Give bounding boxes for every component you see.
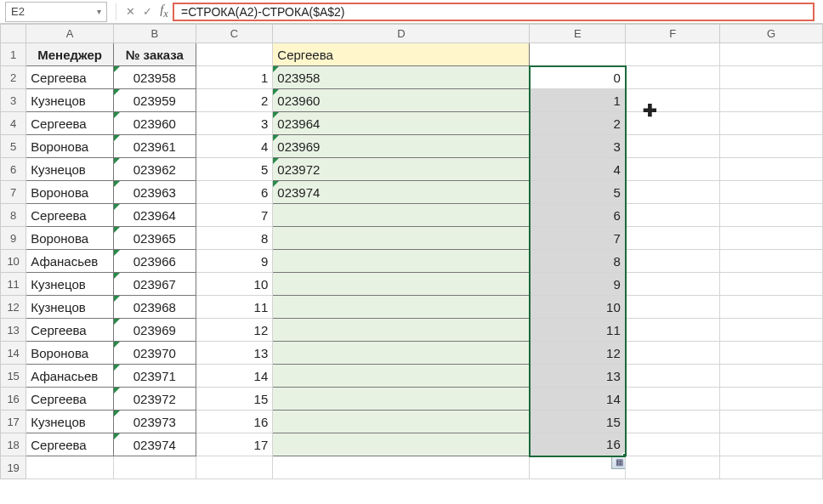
col-header-b[interactable]: B (113, 25, 196, 43)
cell[interactable]: 6 (196, 181, 273, 204)
cell[interactable] (273, 411, 530, 433)
row-header[interactable]: 1 (1, 43, 26, 66)
cell[interactable] (720, 342, 823, 365)
col-header-e[interactable]: E (530, 25, 626, 43)
cell[interactable]: 023960 (113, 112, 196, 135)
col-header-f[interactable]: F (626, 25, 720, 43)
cell[interactable]: 023967 (113, 273, 196, 296)
cell[interactable] (626, 135, 720, 158)
cell[interactable] (273, 296, 530, 319)
cell[interactable]: 14 (530, 388, 626, 411)
cell[interactable] (626, 66, 720, 89)
cell[interactable] (273, 250, 530, 273)
cell[interactable] (626, 250, 720, 273)
col-header-a[interactable]: A (26, 25, 114, 43)
cell[interactable] (720, 273, 823, 296)
cell[interactable]: Кузнецов (26, 411, 114, 433)
cell[interactable] (720, 204, 823, 227)
cell[interactable]: 023974 (273, 181, 530, 204)
cell[interactable] (626, 411, 720, 433)
cell[interactable] (530, 43, 626, 66)
cell[interactable]: 12 (196, 319, 273, 342)
row-header[interactable]: 15 (1, 365, 26, 388)
cell[interactable] (720, 43, 823, 66)
cell[interactable]: Сергеева (26, 204, 114, 227)
cell[interactable]: 12 (530, 342, 626, 365)
cell[interactable]: Сергеева (26, 112, 114, 135)
row-header[interactable]: 17 (1, 411, 26, 433)
cell[interactable]: 14 (196, 365, 273, 388)
cell[interactable]: 1 (530, 89, 626, 112)
cell[interactable]: 13 (530, 365, 626, 388)
cell[interactable]: 4 (530, 158, 626, 181)
cell[interactable] (626, 273, 720, 296)
chevron-down-icon[interactable]: ▾ (97, 7, 101, 16)
col-header-d[interactable]: D (273, 25, 530, 43)
row-header[interactable]: 14 (1, 342, 26, 365)
cell[interactable] (626, 112, 720, 135)
name-box[interactable]: E2 ▾ (5, 2, 107, 22)
cell[interactable] (720, 89, 823, 112)
row-header[interactable]: 13 (1, 319, 26, 342)
cell[interactable]: 023965 (113, 227, 196, 250)
cell[interactable]: 1 (196, 66, 273, 89)
cell[interactable]: Сергеева (26, 66, 114, 89)
formula-input[interactable]: =СТРОКА(A2)-СТРОКА($A$2) (173, 3, 814, 21)
row-header[interactable]: 4 (1, 112, 26, 135)
cell[interactable] (720, 181, 823, 204)
cell[interactable] (720, 456, 823, 479)
cell[interactable]: 16 (196, 411, 273, 433)
cell[interactable] (720, 112, 823, 135)
select-all-corner[interactable] (1, 25, 26, 43)
cell[interactable]: Кузнецов (26, 296, 114, 319)
cell[interactable]: 15 (196, 388, 273, 411)
cell[interactable] (720, 388, 823, 411)
cancel-formula-button[interactable]: ✕ (122, 5, 139, 18)
cell[interactable] (626, 181, 720, 204)
cell[interactable] (196, 43, 273, 66)
row-header[interactable]: 11 (1, 273, 26, 296)
cell[interactable] (273, 365, 530, 388)
cell[interactable] (196, 456, 273, 479)
cell[interactable]: 3 (530, 135, 626, 158)
cell[interactable]: 11 (530, 319, 626, 342)
row-header[interactable]: 18 (1, 433, 26, 456)
cell[interactable]: 2 (530, 112, 626, 135)
row-header[interactable]: 5 (1, 135, 26, 158)
cell[interactable]: Афанасьев (26, 250, 114, 273)
cell[interactable]: 023974 (113, 433, 196, 456)
cell[interactable] (626, 227, 720, 250)
cell[interactable]: 5 (196, 158, 273, 181)
cell[interactable]: Сергеева (273, 43, 530, 66)
cell[interactable]: 023969 (113, 319, 196, 342)
cell[interactable]: 023969 (273, 135, 530, 158)
cell[interactable]: Афанасьев (26, 365, 114, 388)
cell[interactable] (626, 204, 720, 227)
cell[interactable] (720, 433, 823, 456)
cell[interactable]: 11 (196, 296, 273, 319)
cell[interactable] (273, 204, 530, 227)
row-header[interactable]: 12 (1, 296, 26, 319)
cell[interactable]: 023964 (273, 112, 530, 135)
cell[interactable]: 023958 (273, 66, 530, 89)
cell[interactable]: 4 (196, 135, 273, 158)
cell[interactable]: 8 (530, 250, 626, 273)
cell[interactable]: 023962 (113, 158, 196, 181)
cell[interactable]: Воронова (26, 227, 114, 250)
cell[interactable]: 023968 (113, 296, 196, 319)
cell[interactable]: № заказа (113, 43, 196, 66)
cell[interactable]: 2 (196, 89, 273, 112)
cell[interactable]: 7 (196, 204, 273, 227)
cell[interactable]: 10 (196, 273, 273, 296)
cell[interactable]: Сергеева (26, 388, 114, 411)
cell[interactable]: 023964 (113, 204, 196, 227)
cell[interactable]: Сергеева (26, 319, 114, 342)
cell[interactable] (626, 296, 720, 319)
cell[interactable]: 15 (530, 411, 626, 433)
cell[interactable]: 0 (530, 66, 626, 89)
row-header[interactable]: 7 (1, 181, 26, 204)
cell[interactable]: 023958 (113, 66, 196, 89)
cell[interactable] (626, 433, 720, 456)
cell[interactable] (273, 319, 530, 342)
cell[interactable] (720, 365, 823, 388)
